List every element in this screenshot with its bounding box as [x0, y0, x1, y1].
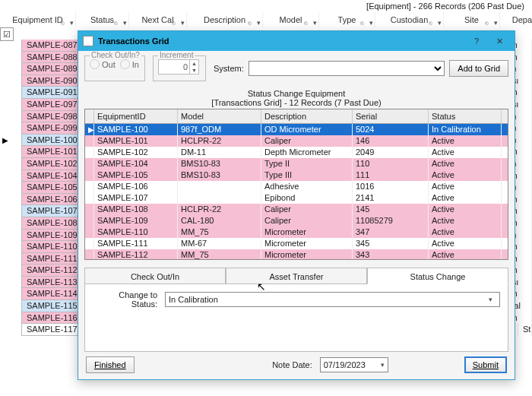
row-indicator-icon	[85, 158, 94, 169]
grid-column-header[interactable]: Description	[261, 109, 353, 123]
grid-column-header[interactable]: Serial	[353, 109, 429, 123]
row-indicator-icon	[0, 277, 11, 289]
pin-icon[interactable]: ⎋	[304, 16, 308, 31]
finished-button[interactable]: Finished	[86, 356, 135, 373]
grid-title: Status Change Equipment	[84, 89, 508, 98]
row-indicator-icon	[0, 253, 11, 265]
radio-in[interactable]: In	[120, 59, 139, 69]
grid-row[interactable]: SAMPLE-110MM_75Micrometer347Active	[85, 227, 508, 238]
pin-icon[interactable]: ⎋	[114, 16, 118, 31]
chevron-down-icon[interactable]: ▾	[70, 15, 74, 30]
pin-icon[interactable]: ⎋	[248, 16, 252, 31]
close-icon[interactable]: ✕	[489, 33, 510, 49]
status-change-panel: Change to Status: In Calibration ▾	[84, 284, 508, 352]
grid-row[interactable]: SAMPLE-106Adhesive1016Active	[85, 181, 508, 192]
finished-label: Finished	[94, 360, 126, 369]
pin-icon[interactable]: ⎋	[485, 16, 489, 31]
window-icon	[83, 36, 93, 46]
column-header[interactable]: Description⎋▾	[187, 12, 263, 27]
column-header[interactable]: Status⎋▾	[76, 12, 129, 27]
increment-stepper[interactable]: 0 ▲▼	[158, 59, 199, 74]
row-indicator-icon	[85, 249, 94, 260]
grid-row[interactable]: SAMPLE-111MM-67Micrometer345Active	[85, 238, 508, 249]
chevron-down-icon[interactable]: ▾	[123, 15, 127, 30]
chevron-down-icon[interactable]: ▾	[369, 15, 373, 30]
row-indicator-icon: ▶	[85, 124, 94, 135]
column-header[interactable]: Department⎋▾	[500, 12, 532, 27]
row-indicator-icon	[0, 324, 11, 336]
row-indicator-icon	[0, 40, 11, 52]
change-status-label: Change to Status:	[93, 290, 157, 309]
grid-row[interactable]: SAMPLE-102DM-11Depth Micrometer2049Activ…	[85, 147, 508, 158]
row-indicator-icon	[85, 169, 94, 181]
row-indicator-icon	[85, 181, 94, 192]
grid-row[interactable]: SAMPLE-107Epibond2141Active	[85, 192, 508, 204]
row-indicator-icon	[0, 241, 11, 253]
row-indicator-icon	[85, 135, 94, 147]
submit-label: Submit	[473, 360, 499, 369]
add-to-grid-button[interactable]: Add to Grid	[449, 60, 508, 77]
change-status-select[interactable]: In Calibration ▾	[165, 292, 500, 307]
column-header[interactable]: Equipment ID⎋▾	[0, 12, 76, 27]
column-header[interactable]: Custodian⎋▾	[375, 12, 444, 27]
dialog-titlebar[interactable]: Transactions Grid ? ✕	[78, 31, 515, 51]
radio-in-label: In	[132, 60, 139, 69]
chevron-down-icon[interactable]: ▾	[313, 15, 317, 30]
row-indicator-icon	[0, 99, 11, 111]
row-indicator-icon: ▶	[0, 135, 11, 147]
grid-subtitle: [Transactions Grid] - 12 Records (7 Past…	[84, 98, 508, 107]
grid-row[interactable]: SAMPLE-101HCLPR-22Caliper146Active	[85, 135, 508, 147]
pin-icon[interactable]: ⎋	[61, 16, 65, 31]
chevron-down-icon: ▾	[381, 361, 385, 369]
column-header[interactable]: Type⎋▾	[319, 12, 375, 27]
checkout-group: Check Out/In? Out In	[84, 55, 145, 81]
row-indicator-icon	[0, 75, 11, 87]
column-header[interactable]: Next Cal⎋▾	[129, 12, 187, 27]
spin-down-icon[interactable]: ▼	[189, 67, 198, 74]
chevron-down-icon[interactable]: ▾	[257, 15, 261, 30]
grid-row[interactable]: SAMPLE-108HCLPR-22Caliper145Active	[85, 204, 508, 215]
checkout-label: Check Out/In?	[90, 51, 141, 59]
transactions-grid[interactable]: EquipmentIDModelDescriptionSerialStatus …	[84, 109, 508, 260]
pin-icon[interactable]: ⎋	[172, 16, 176, 31]
row-indicator-icon	[0, 146, 11, 158]
note-date-picker[interactable]: 07/19/2023 ▾	[320, 357, 388, 372]
column-header[interactable]: Site⎋▾	[444, 12, 500, 27]
spin-up-icon[interactable]: ▲	[189, 60, 198, 67]
grid-column-header[interactable]: Model	[178, 109, 261, 123]
grid-row[interactable]: SAMPLE-109CAL-180Caliper11085279Active	[85, 215, 508, 227]
chevron-down-icon[interactable]: ▾	[181, 15, 185, 30]
dialog-title: Transactions Grid	[98, 36, 464, 46]
row-indicator-icon	[0, 194, 11, 206]
grid-row[interactable]: SAMPLE-112MM_75Micrometer343Active	[85, 249, 508, 260]
grid-row[interactable]: SAMPLE-104BMS10-83Type II110Active	[85, 158, 508, 169]
column-header[interactable]: Model⎋▾	[263, 12, 319, 27]
system-select[interactable]	[249, 61, 445, 76]
chevron-down-icon[interactable]: ▾	[438, 15, 442, 30]
change-status-value: In Calibration	[169, 295, 484, 304]
checkbox-icon: ☑	[3, 30, 11, 40]
row-indicator-icon	[0, 87, 11, 99]
row-indicator-icon	[0, 52, 11, 64]
submit-button[interactable]: Submit	[464, 356, 507, 373]
grid-column-header[interactable]: Status	[429, 109, 502, 123]
tab-check-out-in[interactable]: Check Out/In	[84, 268, 226, 284]
row-indicator-icon	[0, 265, 11, 277]
radio-out[interactable]: Out	[90, 59, 116, 69]
grid-column-header[interactable]: EquipmentID	[94, 109, 178, 123]
tab-status-change[interactable]: Status Change	[367, 268, 508, 284]
tab-asset-transfer[interactable]: Asset Transfer	[226, 268, 367, 284]
column-headers: Equipment ID⎋▾Status⎋▾Next Cal⎋▾Descript…	[0, 12, 532, 27]
increment-label: Increment	[158, 51, 195, 59]
grid-row[interactable]: SAMPLE-105BMS10-83Type III111Active	[85, 169, 508, 181]
pin-icon[interactable]: ⎋	[360, 16, 364, 31]
row-indicator-icon	[0, 230, 11, 242]
help-icon[interactable]: ?	[466, 33, 487, 49]
row-indicator-icon	[85, 227, 94, 238]
grid-row[interactable]: ▶SAMPLE-100987f_ODMOD Micrometer5024In C…	[85, 124, 508, 135]
row-indicator-icon	[0, 205, 11, 217]
chevron-down-icon[interactable]: ▾	[494, 15, 498, 30]
note-date-label: Note Date:	[272, 360, 312, 369]
pin-icon[interactable]: ⎋	[429, 16, 432, 31]
transactions-dialog: Transactions Grid ? ✕ Check Out/In? Out …	[78, 30, 515, 380]
